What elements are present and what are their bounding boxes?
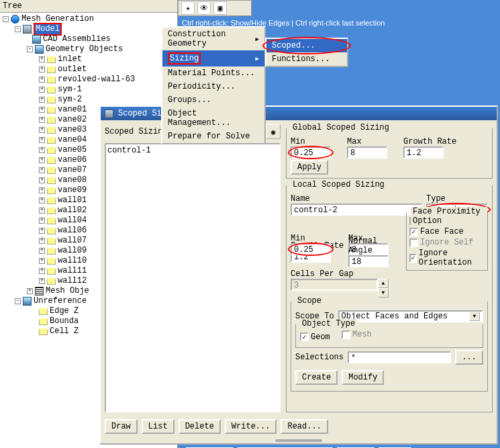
expand-icon[interactable]: + [27,288,33,294]
menu-scoped[interactable]: Scoped... [266,39,347,52]
sizing-list[interactable]: control-1 [105,143,281,412]
list-button[interactable]: List [142,419,174,434]
modify-button[interactable]: Modify [342,370,384,385]
folder-icon [47,278,56,285]
cube-view-icon[interactable]: ▣ [213,1,227,15]
folder-icon [47,107,56,114]
chevron-down-icon[interactable]: ▼ [469,312,480,321]
expand-icon[interactable]: + [39,208,45,214]
expand-icon[interactable]: + [39,218,45,224]
chevron-right-icon: ▶ [256,36,259,43]
expand-icon[interactable]: + [39,268,45,274]
tree-label: vane03 [58,125,87,135]
list-item[interactable]: control-1 [107,146,278,155]
normal-angle-input[interactable]: 18 [348,255,389,267]
read-button[interactable]: Read... [281,419,328,434]
tree-item[interactable]: +sym-2 [0,95,177,105]
menu-periodicity[interactable]: Periodicity... [162,80,264,93]
scope-to-select[interactable]: Object Faces and Edges▼ [338,310,483,322]
menu-construction-geometry[interactable]: Construction Geometry▶ [162,28,264,50]
geom-check[interactable]: Geom [300,332,330,342]
expand-icon[interactable]: + [39,137,45,143]
tree-item[interactable]: +sym-1 [0,85,177,95]
expand-icon[interactable]: + [39,167,45,173]
expand-icon[interactable]: + [39,147,45,153]
radio-icon[interactable]: ◉ [266,124,281,139]
tree-item[interactable]: +inlet [0,54,177,64]
menu-material-points[interactable]: Material Points... [162,66,264,80]
menu-sizing[interactable]: Sizing▶ [162,50,264,66]
tree-label: Cell Z [50,326,79,337]
expand-icon[interactable]: + [39,77,45,83]
folder-icon [39,328,48,335]
tree-item[interactable]: +revolved-wall-63 [0,75,177,85]
folder-icon [47,208,56,214]
expand-icon[interactable]: + [39,107,45,113]
collapse-icon[interactable]: - [27,46,33,52]
tree-model[interactable]: -Model [0,24,177,34]
expand-icon[interactable]: + [39,117,45,123]
type-label: Type [426,194,488,204]
apply-button[interactable]: Apply [291,160,328,175]
ignore-self-check[interactable]: Ignore Self [409,238,485,247]
expand-icon[interactable]: + [39,278,45,284]
menu-functions[interactable]: Functions... [266,52,347,66]
expand-icon[interactable]: + [39,97,45,103]
menu-prepare-for-solve[interactable]: Prepare for Solve [162,130,264,143]
expand-icon[interactable]: + [39,157,45,163]
expand-icon[interactable]: + [39,56,45,62]
expand-icon[interactable]: + [39,228,45,234]
local-min-input[interactable]: 0.25 [291,243,331,255]
menu-object-management[interactable]: Object Management... [162,107,264,130]
mesh-check[interactable]: Mesh [342,330,372,339]
expand-icon[interactable]: + [39,238,45,244]
global-min-input[interactable]: 0.25 [291,146,331,159]
name-input[interactable]: control-2 [291,204,422,216]
dialog-titlebar[interactable]: Scoped Sizing [101,107,497,120]
expand-icon[interactable]: + [39,197,45,204]
spinner-up-icon[interactable]: ▲ [378,279,389,288]
resize-grip[interactable] [275,439,322,442]
draw-button[interactable]: Draw [105,419,138,434]
global-max-input[interactable]: 8 [347,146,387,159]
tree-item[interactable]: +outlet [0,64,177,75]
eye-icon[interactable]: 👁 [197,1,211,15]
expand-icon[interactable]: + [39,66,45,73]
context-menu-model: Construction Geometry▶ Sizing▶ Material … [161,26,266,144]
tree-label: wall01 [58,195,87,206]
folder-icon [47,157,56,164]
expand-icon[interactable]: + [39,127,45,133]
collapse-icon[interactable]: - [3,16,9,22]
browse-button[interactable]: ... [455,350,483,365]
max-label: Max [347,137,399,146]
create-button[interactable]: Create [295,370,338,385]
object-type-group: Object Type Geom Mesh [295,324,483,348]
folder-icon [47,238,56,244]
face-face-check[interactable]: Face Face [409,227,485,236]
collapse-icon[interactable]: - [15,298,21,304]
expand-icon[interactable]: + [39,187,45,193]
folder-icon [47,228,56,234]
na-label: Normal Angle [348,236,402,255]
expand-icon[interactable]: + [39,177,45,183]
tree-geom[interactable]: -Geometry Objects [0,44,177,54]
folder-icon [39,308,48,315]
cube-icon [23,297,32,306]
selections-input[interactable]: * [348,351,451,363]
expand-icon[interactable]: + [39,258,45,264]
spinner-down-icon[interactable]: ▼ [378,288,389,298]
expand-icon[interactable]: + [39,87,45,93]
tree-cad[interactable]: CAD Assemblies [0,34,177,44]
delete-button[interactable]: Delete [179,419,221,434]
write-button[interactable]: Write... [225,419,277,434]
tree-root[interactable]: -Mesh Generation [0,14,177,24]
list-buttons-row: Draw List Delete Write... Read... [101,416,497,437]
expand-icon[interactable]: + [39,248,45,254]
collapse-icon[interactable]: - [15,26,21,32]
axes-icon[interactable]: ✦ [181,1,195,15]
ignore-orient-check[interactable]: Ignore Orientation [409,249,485,267]
menu-groups[interactable]: Groups... [162,93,264,107]
folder-icon [47,77,56,83]
global-gr-input[interactable]: 1.2 [403,146,444,159]
cpg-label: Cells Per Gap [291,269,389,279]
